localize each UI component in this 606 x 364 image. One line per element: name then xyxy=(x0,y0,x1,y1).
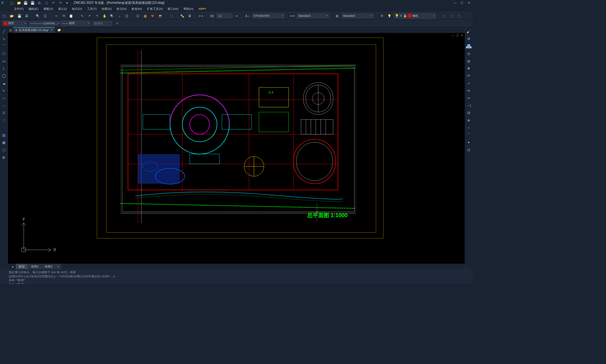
new-tab-button[interactable]: 📁 xyxy=(55,27,64,33)
undo-button[interactable]: ↶ xyxy=(87,13,93,19)
redo-icon[interactable]: ↷ xyxy=(58,1,63,6)
drawing-canvas[interactable]: — ☐ ✕ xyxy=(8,33,465,264)
mdi-close-icon[interactable]: ✕ xyxy=(461,34,463,37)
trim-tool[interactable]: ✂ xyxy=(466,95,471,101)
align-tool[interactable]: ⊡ xyxy=(466,147,471,153)
move-tool[interactable]: ✥ xyxy=(466,66,471,71)
hatch-tool[interactable]: ▨ xyxy=(1,132,7,138)
open-button[interactable]: 📂 xyxy=(9,13,15,19)
zoom-win-button[interactable]: ⌕ xyxy=(116,13,122,19)
polygon-tool[interactable]: ⬠ xyxy=(1,51,7,56)
layer-off-button[interactable]: ⬚ xyxy=(449,13,455,19)
pan-button[interactable]: ✋ xyxy=(102,13,108,19)
mdi-minimize-icon[interactable]: — xyxy=(451,34,454,37)
erase-tool[interactable]: 🧹 xyxy=(466,28,471,34)
dim-button[interactable]: ⟷ xyxy=(198,13,204,19)
print-button[interactable]: 🖶 xyxy=(24,13,30,19)
menu-edit[interactable]: 编辑(E) xyxy=(27,6,41,11)
xline-tool[interactable]: ↘ xyxy=(1,36,7,41)
array-tool[interactable]: ⊞ xyxy=(466,58,471,64)
circle-tool[interactable]: ◯ xyxy=(1,73,7,78)
ellipse-tool[interactable]: ⬭ xyxy=(1,95,7,101)
offset-tool[interactable]: ◎ xyxy=(466,51,471,56)
markup-button[interactable]: ⬒ xyxy=(157,13,163,19)
layer-state-button[interactable]: 💡 xyxy=(386,13,392,19)
break-tool[interactable]: ⊟ xyxy=(466,110,471,116)
add-layout-button[interactable]: + xyxy=(55,264,61,269)
join-tool[interactable]: ⊕ xyxy=(466,117,471,123)
extend-tool[interactable]: →| xyxy=(466,103,471,108)
dcenter-button[interactable]: ▦ xyxy=(142,13,148,19)
layout-list-icon[interactable]: ◂ xyxy=(10,264,16,270)
block-button[interactable]: ⬚ xyxy=(168,13,174,19)
layer-manager-button[interactable]: ⧉ xyxy=(379,13,385,19)
lineweight-select[interactable]: ―― 随层 ▾ xyxy=(61,21,91,26)
menu-file[interactable]: 文件(F) xyxy=(12,6,25,11)
zoom-rt-button[interactable]: 🔍 xyxy=(109,13,115,19)
arc-tool[interactable]: ⌒ xyxy=(1,43,7,49)
undo-icon[interactable]: ↶ xyxy=(51,1,56,6)
scale-tool[interactable]: ⤢ xyxy=(466,80,471,86)
point-tool[interactable]: ∙ xyxy=(1,125,7,130)
tab-layout1[interactable]: 布局1 xyxy=(28,264,41,269)
ellipse-arc-tool[interactable]: ⌓ xyxy=(1,103,7,108)
menu-express[interactable]: 扩展工具(X) xyxy=(145,6,165,11)
gradient-tool[interactable]: ▦ xyxy=(1,140,7,145)
table-style-select[interactable]: Standard ▾ xyxy=(342,13,374,18)
arc3p-tool[interactable]: ⤹ xyxy=(1,66,7,71)
cut-button[interactable]: ✂ xyxy=(53,13,59,19)
layer-select[interactable]: 💡 ❄ 🔓 轴线 ▾ xyxy=(394,13,436,19)
insert-block-tool[interactable]: ⎘ xyxy=(1,110,7,116)
tab-list-button[interactable]: ☰ xyxy=(8,27,13,33)
tab-layout2[interactable]: 布局2 xyxy=(42,264,55,269)
new-button[interactable]: ▢ xyxy=(2,13,8,19)
qat-dropdown-icon[interactable]: ▾ xyxy=(65,1,70,6)
zoom-prev-button[interactable]: Q xyxy=(124,13,130,19)
menu-view[interactable]: 视图(V) xyxy=(41,6,55,11)
plot-icon[interactable]: 🖶 xyxy=(37,1,42,6)
new-icon[interactable]: ▢ xyxy=(10,1,15,6)
menu-window[interactable]: 窗口(W) xyxy=(166,6,180,11)
mdi-restore-icon[interactable]: ☐ xyxy=(456,34,459,37)
line-tool[interactable]: ╱ xyxy=(1,28,7,34)
fillet-tool[interactable]: ⌒ xyxy=(466,132,471,138)
chamfer-tool[interactable]: ⌐ xyxy=(466,125,471,130)
open-icon[interactable]: 📁 xyxy=(16,1,21,6)
preview-button[interactable]: 🔍 xyxy=(35,13,41,19)
text-style-select[interactable]: STANDARD ▾ xyxy=(252,13,284,18)
minimize-icon[interactable]: — xyxy=(453,1,457,5)
close-icon[interactable]: ✕ xyxy=(50,28,53,32)
menu-dimension[interactable]: 标注(N) xyxy=(115,6,129,11)
region-tool[interactable]: ▢ xyxy=(1,147,7,153)
color-select[interactable]: 随层 ▾ xyxy=(3,21,27,26)
tab-model[interactable]: 模型 xyxy=(16,264,28,269)
list-button[interactable]: ≡ xyxy=(114,20,120,26)
find-button[interactable]: Q xyxy=(42,13,48,19)
save-icon[interactable]: 💾 xyxy=(23,1,28,6)
publish-icon[interactable]: ⎙ xyxy=(44,1,49,6)
table-tool[interactable]: ⊞ xyxy=(1,154,7,160)
linetype-select[interactable]: ―――― CONTIN… ▾ xyxy=(29,21,59,26)
menu-tools[interactable]: 工具(T) xyxy=(85,6,99,11)
match-button[interactable]: ✎ xyxy=(79,13,85,19)
calc-button[interactable]: 🖩 xyxy=(187,13,193,19)
copy-tool[interactable]: ⧉ xyxy=(466,36,471,41)
menu-draw[interactable]: 绘图(D) xyxy=(100,6,114,11)
saveas-icon[interactable]: 💾 xyxy=(30,1,35,6)
dist-button[interactable]: 📏 xyxy=(179,13,185,19)
save-button[interactable]: 💾 xyxy=(16,13,22,19)
dim-style-select[interactable]: Standard ▾ xyxy=(297,13,329,18)
menu-insert[interactable]: 插入(I) xyxy=(56,6,69,11)
explode-tool[interactable]: ✦ xyxy=(466,140,471,145)
redo-button[interactable]: ↷ xyxy=(94,13,100,19)
close-icon[interactable]: ✕ xyxy=(467,1,471,5)
menu-modify[interactable]: 修改(M) xyxy=(130,6,144,11)
annotation-scale-input[interactable] xyxy=(216,13,232,18)
copy-button[interactable]: ⧉ xyxy=(61,13,67,19)
annotation-dropdown-icon[interactable]: ▾ xyxy=(234,13,240,19)
revcloud-tool[interactable]: ☁ xyxy=(1,80,7,86)
annotation-scale-icon[interactable]: A℥ xyxy=(209,13,215,19)
document-tab[interactable]: ◈ 某高校规划图123.dwg* ✕ xyxy=(13,27,55,33)
menu-format[interactable]: 格式(O) xyxy=(70,6,84,11)
rotate-tool[interactable]: ⟳ xyxy=(466,73,471,78)
